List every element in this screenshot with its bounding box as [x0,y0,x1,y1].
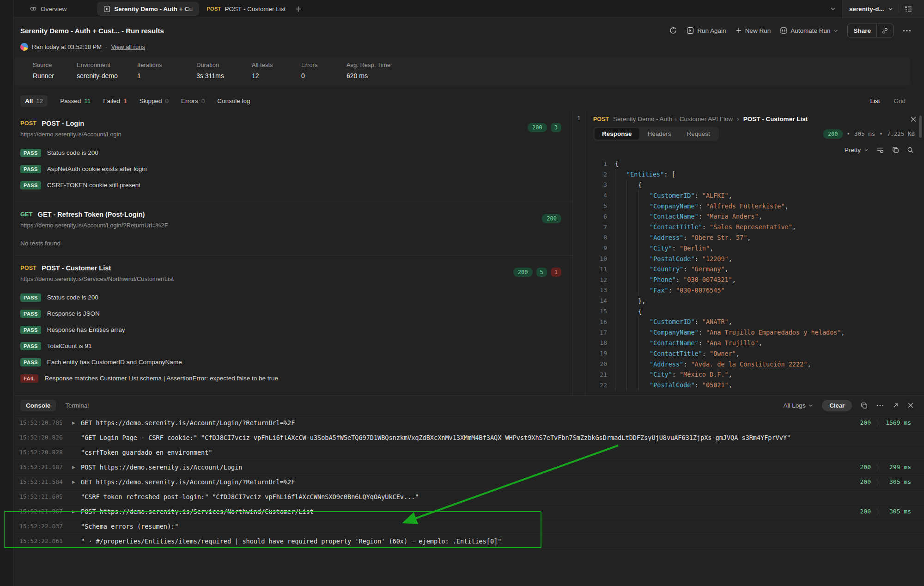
request-url: https://demo.serenity.is/Account/Login [20,131,563,138]
disclosure-triangle-icon[interactable]: ▶ [71,465,81,470]
request-title-row[interactable]: POST POST - Login [20,120,563,127]
console-log-row[interactable]: 15:52:22.061 " · #/properties/Entities/i… [14,533,924,549]
request-title-row[interactable]: POST POST - Customer List [20,264,563,272]
console-log-row[interactable]: 15:52:21.584 ▶ GET https://demo.serenity… [14,474,924,489]
separator-dot: · [105,43,107,50]
code-token: , [732,276,736,283]
code-token: : [699,339,706,347]
filter-tab-console-log[interactable]: Console log [217,98,250,104]
search-icon[interactable] [907,146,914,153]
tab-request[interactable]: Request [680,128,717,140]
app-root: Overview Serenity Demo - Auth + Cu POST … [0,0,924,586]
clear-console-button[interactable]: Clear [822,400,852,411]
scheduled-runs-icon[interactable] [669,26,677,35]
view-all-runs-link[interactable]: View all runs [111,43,145,50]
code-line: 1{ [586,159,924,169]
filter-count: 11 [84,98,91,104]
disclosure-triangle-icon[interactable]: ▶ [71,480,81,484]
test-status-badge: FAIL [20,374,38,383]
disclosure-triangle-icon[interactable]: ▶ [71,421,81,425]
log-status: 200 305 ms [860,478,924,485]
wrap-text-icon[interactable] [876,146,884,153]
code-token: "CompanyName" [650,202,699,210]
log-filter-dropdown[interactable]: All Logs [783,402,813,409]
request-url: https://demo.serenity.is/Services/Northw… [20,275,563,282]
indent-guide [615,190,626,201]
copy-icon[interactable] [861,402,868,409]
console-log-row[interactable]: 15:52:20.785 ▶ GET https://demo.serenity… [14,415,924,430]
tab-request[interactable]: POST POST - Customer List [207,6,286,12]
code-token: : [695,192,702,199]
code-token: : [695,381,702,389]
code-token: : [683,360,691,368]
tab-headers[interactable]: Headers [640,128,679,140]
line-number: 16 [586,318,615,325]
automate-run-button[interactable]: Automate Run [780,27,838,34]
filter-label: Errors [181,98,198,104]
filter-tab-skipped[interactable]: Skipped 0 [140,98,169,104]
code-token: , [807,360,811,368]
view-list-button[interactable]: List [870,98,880,104]
test-description: Response matches Customer List schema | … [44,375,278,382]
tab-terminal[interactable]: Terminal [61,400,92,411]
results-area: POST POST - Login https://demo.serenity.… [14,111,924,395]
filter-count: 1 [123,98,127,104]
filter-tab-all[interactable]: All 12 [20,95,48,107]
stat-column: Avg. Resp. Time 620 ms [346,61,390,86]
filter-tab-errors[interactable]: Errors 0 [181,98,205,104]
copy-link-icon[interactable] [877,27,893,34]
test-row: PASS CSRF-TOKEN cookie still present [20,177,563,193]
expand-icon[interactable] [893,403,899,409]
console-log-row[interactable]: 15:52:20.826 "GET Login Page - CSRF cook… [14,430,924,445]
tab-overview[interactable]: Overview [30,5,67,12]
request-result-section: GET GET - Refresh Token (Post-Login) htt… [14,202,572,256]
log-message: " · #/properties/Entities/items/required… [81,537,501,545]
console-log-row[interactable]: 15:52:21.605 "CSRF token refreshed post-… [14,489,924,504]
environment-quick-look-icon[interactable] [905,6,912,12]
code-token: : [683,265,691,273]
tab-collection-run[interactable]: Serenity Demo - Auth + Cu [97,2,199,16]
scrollbar-thumb[interactable] [919,116,922,138]
console-log-row[interactable]: 15:52:22.037 "Schema errors (resumen):" [14,519,924,533]
console-log-row[interactable]: 15:52:21.967 ▶ POST https://demo.serenit… [14,504,924,519]
test-row: FAIL Response matches Customer List sche… [20,370,563,386]
run-again-button[interactable]: Run Again [687,27,726,34]
more-options-icon[interactable] [876,404,884,407]
tab-response[interactable]: Response [595,128,639,140]
filter-tab-passed[interactable]: Passed 11 [60,98,91,104]
filter-bar: All 12 Passed 11 Failed 1 Skipped 0 Erro… [14,91,924,111]
console-log-row[interactable]: 15:52:20.828 "csrfToken guardado en envi… [14,445,924,459]
test-description: Response is JSON [47,310,100,317]
tab-console[interactable]: Console [20,400,56,411]
close-icon[interactable] [907,402,914,409]
filter-tab-failed[interactable]: Failed 1 [103,98,127,104]
console-log-row[interactable]: 15:52:21.187 ▶ POST https://demo.serenit… [14,459,924,474]
disclosure-triangle-icon[interactable]: ▶ [71,509,81,514]
code-token: "Germany" [691,265,724,273]
environment-selector[interactable]: serenity-d... [842,0,924,18]
filter-count: 12 [36,98,43,104]
log-filter-label: All Logs [783,402,805,409]
chevron-down-icon[interactable] [830,7,836,11]
indent-guide [626,295,638,306]
indent-guide [626,201,638,211]
share-button[interactable]: Share [847,24,894,37]
new-run-button[interactable]: New Run [736,27,771,34]
stat-column: Errors 0 [301,61,346,86]
close-icon[interactable] [910,116,917,122]
line-number: 11 [586,266,615,273]
line-number: 15 [586,308,615,315]
code-token: "Maria Anders" [706,213,759,220]
code-token: , [729,255,732,262]
code-line: 12"Phone": "030-0074321", [586,275,924,285]
request-title-row[interactable]: GET GET - Refresh Token (Post-Login) [20,211,563,218]
new-tab-button[interactable] [295,6,302,12]
copy-icon[interactable] [892,146,899,153]
request-result-section: POST POST - Login https://demo.serenity.… [14,111,572,202]
indent-guide [615,264,626,275]
request-method: POST [593,116,609,122]
view-grid-button[interactable]: Grid [894,98,906,104]
format-dropdown[interactable]: Pretty [845,146,869,153]
more-options-icon[interactable] [903,30,911,32]
line-number: 17 [586,329,615,336]
